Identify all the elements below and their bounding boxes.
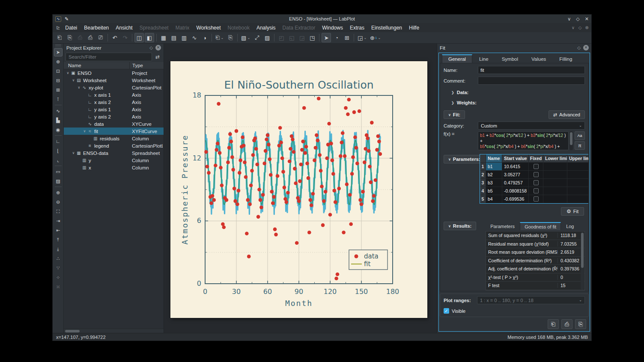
zoom-in-icon[interactable]: ⊕ xyxy=(54,188,63,197)
results-section-toggle[interactable]: ∨ Results: xyxy=(444,222,476,230)
parameters-section-toggle[interactable]: ∨ Parameters: xyxy=(444,155,485,163)
param-start-value-cell[interactable]: 3.05277 xyxy=(502,171,529,178)
fit-section-toggle[interactable]: ∨ Fit: xyxy=(444,110,465,119)
tab-symbol[interactable]: Symbol xyxy=(495,54,525,63)
zoom-fit-icon[interactable]: ⛶ xyxy=(54,207,63,216)
fixed-checkbox[interactable] xyxy=(534,180,539,185)
menu-windows[interactable]: Windows xyxy=(319,24,346,32)
box-tool-icon[interactable]: ▭ xyxy=(54,167,63,176)
axis-tool-2-icon[interactable]: ⌊ xyxy=(54,146,63,155)
polar-plot-tool-icon[interactable]: ◉ xyxy=(54,125,63,134)
new-xy-curve-icon[interactable]: ∿ xyxy=(190,33,199,42)
recalculate-button[interactable]: ⎗ xyxy=(548,319,559,329)
column-header-upper-limit[interactable]: Upper limit xyxy=(567,154,589,162)
save-button[interactable]: ⎙ xyxy=(561,319,572,329)
param-lower-limit-cell[interactable] xyxy=(543,187,567,195)
param-start-value-cell[interactable]: 10.6415 xyxy=(502,163,529,170)
image-tool-icon[interactable]: ▨ xyxy=(54,177,63,185)
results-tab-goodness-of-fit[interactable]: Goodness of fit xyxy=(520,222,561,230)
menu-bearbeiten[interactable]: Bearbeiten xyxy=(80,24,112,32)
comment-input[interactable] xyxy=(478,77,585,85)
results-tab-parameters[interactable]: Parameters xyxy=(486,222,519,230)
scrollbar-thumb[interactable] xyxy=(581,233,584,268)
tree-row-data[interactable]: ∿dataXYCurve xyxy=(64,120,164,128)
tab-general[interactable]: General xyxy=(442,54,472,63)
dock-close-icon[interactable]: ✕ xyxy=(583,45,589,50)
axis-tool-1-icon[interactable]: ∟ xyxy=(54,137,63,145)
minimize-icon[interactable]: ∨ xyxy=(567,16,571,22)
worksheet-page[interactable]: El Niño-Southern Oscillation030609012015… xyxy=(170,61,427,318)
select-mode-icon[interactable]: ➤ xyxy=(322,33,331,42)
y-axis-title[interactable]: Atmospheric Pressure xyxy=(180,135,189,245)
tab-values[interactable]: Values xyxy=(525,54,552,63)
column-header-fixed[interactable]: Fixed xyxy=(529,154,543,162)
zoom-y-select-icon[interactable]: ⊞ xyxy=(54,86,63,94)
param-lower-limit-cell[interactable] xyxy=(543,171,567,178)
shift-right-icon[interactable]: ⇥ xyxy=(54,217,63,225)
export-image-icon[interactable]: ▧⌄ xyxy=(240,33,251,42)
param-lower-limit-cell[interactable] xyxy=(543,163,567,170)
new-worksheet-icon[interactable]: ▦ xyxy=(159,33,168,42)
zoom-menu-icon[interactable]: ◲⌄ xyxy=(356,33,368,42)
mdi-minimize-icon[interactable]: ∨ xyxy=(570,25,576,30)
param-fixed-cell[interactable] xyxy=(529,179,543,187)
tree-row-fit[interactable]: ∨≈fitXYFitCurve xyxy=(64,128,164,135)
tile-windows-icon[interactable]: ◫ xyxy=(134,33,144,42)
save-as-button[interactable]: ⎘ xyxy=(575,319,586,329)
color-theme-icon[interactable]: ◑ xyxy=(200,33,209,42)
scale-auto-icon[interactable]: ∴ xyxy=(54,254,63,263)
chart-title[interactable]: El Niño-Southern Oscillation xyxy=(224,79,373,91)
screenshot-icon[interactable]: ▨ xyxy=(262,33,272,42)
expander-open-icon[interactable]: ∨ xyxy=(71,78,76,82)
mdi-restore-icon[interactable]: ◇ xyxy=(577,25,583,30)
tree-row-y-axis-1[interactable]: ∟y axis 1Axis xyxy=(64,106,164,113)
menu-extras[interactable]: Extras xyxy=(346,24,368,32)
param-fixed-cell[interactable] xyxy=(529,171,543,178)
cursor-tool-icon[interactable]: ⊺ xyxy=(54,95,63,104)
advanced-button[interactable]: ⇄ Advanced xyxy=(549,110,585,119)
param-name-cell[interactable]: b4 xyxy=(486,195,502,203)
scrollbar-thumb[interactable] xyxy=(65,330,80,332)
param-upper-limit-cell[interactable] xyxy=(567,179,589,187)
name-input[interactable] xyxy=(478,66,585,74)
param-start-value-cell[interactable]: -0.699536 xyxy=(502,195,529,203)
menu-einstellungen[interactable]: Einstellungen xyxy=(368,24,405,32)
undo-icon[interactable]: ↶ xyxy=(110,33,119,42)
dock-float-icon[interactable]: ◇ xyxy=(149,45,153,50)
tree-row-residuals[interactable]: ▥residualsColumn xyxy=(64,135,164,142)
data-section-toggle[interactable]: ❯ Data: xyxy=(451,90,588,95)
param-lower-limit-cell[interactable] xyxy=(543,195,567,203)
zoom-x-select-icon[interactable]: ⊟ xyxy=(54,76,63,85)
param-upper-limit-cell[interactable] xyxy=(567,195,589,203)
menu-datei[interactable]: Datei xyxy=(62,24,80,32)
axis-tool-3-icon[interactable]: ⌞ xyxy=(54,156,63,164)
tree-row-xy-plot[interactable]: ∨∿xy-plotCartesianPlot xyxy=(64,84,164,91)
formula-scrollbar[interactable] xyxy=(569,131,573,150)
xy-curve-tool-icon[interactable]: ∿ xyxy=(54,107,63,115)
menu-hilfe[interactable]: Hilfe xyxy=(405,24,423,32)
filter-options-icon[interactable]: ⇄ xyxy=(153,53,162,61)
open-project-icon[interactable]: ⎘ xyxy=(65,33,75,42)
param-name-cell[interactable]: b3 xyxy=(486,179,502,187)
column-header-type[interactable]: Type xyxy=(129,62,164,69)
shift-left-icon[interactable]: ⇤ xyxy=(54,226,63,234)
weights-section-toggle[interactable]: ❯ Weights: xyxy=(451,100,588,105)
print-preview-icon[interactable]: ⎚ xyxy=(96,33,105,42)
search-input[interactable] xyxy=(66,53,152,61)
tree-row-legend[interactable]: ≡legendCartesianPlotLegend xyxy=(64,142,164,149)
functions-button[interactable]: Aa xyxy=(575,131,585,140)
results-tab-log[interactable]: Log xyxy=(561,222,578,230)
shift-down-icon[interactable]: ⤓ xyxy=(54,245,63,253)
magnifier-menu-icon[interactable]: ⊕1⌄ xyxy=(369,33,382,42)
fixed-checkbox[interactable] xyxy=(534,196,539,202)
param-name-cell[interactable]: b1 xyxy=(486,163,502,170)
tree-column-header[interactable]: Name Type xyxy=(64,62,164,69)
toolbar-handle[interactable] xyxy=(55,45,61,46)
maximize-icon[interactable]: ◇ xyxy=(576,16,579,22)
zoom-to-fit-icon[interactable]: ⤢ xyxy=(252,33,262,42)
run-fit-button[interactable]: ⚙ Fit xyxy=(561,207,584,216)
tab-filling[interactable]: Filling xyxy=(553,54,578,63)
category-combobox[interactable]: Custom ⌄ xyxy=(478,122,585,130)
param-upper-limit-cell[interactable] xyxy=(567,187,589,195)
dock-close-icon[interactable]: ✕ xyxy=(155,45,161,50)
